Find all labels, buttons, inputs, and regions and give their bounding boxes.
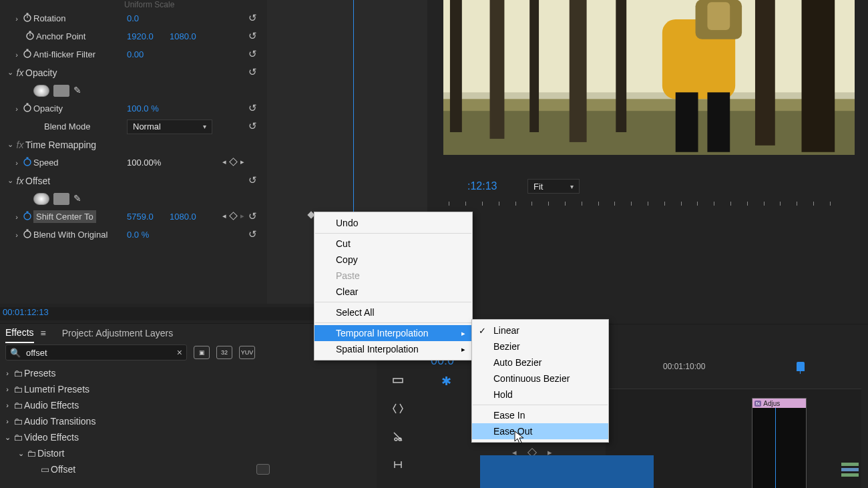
clip-adjustment-layer[interactable]: fx Adjus [752,398,807,488]
accelerated-badge-icon [256,464,270,475]
panel-menu-icon[interactable]: ≡ [41,328,46,338]
ellipse-mask-icon[interactable] [33,85,49,97]
menu-temporal-interpolation[interactable]: Temporal Interpolation ▸ [314,325,472,341]
shift-center-label[interactable]: Shift Center To [33,210,96,223]
pen-mask-icon[interactable]: ✎ [73,193,85,205]
twirl-icon[interactable]: › [12,51,21,59]
tree-folder-distort[interactable]: ⌄🗀 Distort [0,445,377,461]
tree-folder-video-effects[interactable]: ⌄🗀 Video Effects [0,429,377,445]
rotation-value[interactable]: 0.0 [127,13,139,23]
monitor-ruler[interactable] [441,202,855,211]
shift-x[interactable]: 5759.0 [127,212,154,222]
kf-prev-icon[interactable]: ◂ [222,212,226,220]
menu-select-all[interactable]: Select All [314,304,472,320]
submenu-continuous-bezier[interactable]: Continuous Bezier [472,371,608,387]
twirl-icon[interactable]: ⌄ [5,176,15,185]
stopwatch-icon[interactable] [21,156,33,169]
effects-search-input[interactable]: 🔍 × [5,344,187,360]
submenu-ease-in[interactable]: Ease In [472,407,608,423]
reset-icon[interactable]: ↺ [248,210,262,222]
twirl-icon[interactable]: › [12,231,21,239]
submenu-hold[interactable]: Hold [472,387,608,403]
submenu-bezier[interactable]: Bezier [472,338,608,354]
effect-controls-scrollbar[interactable] [0,296,267,301]
track-height-icon[interactable] [839,459,863,483]
tree-folder-audio-effects[interactable]: ›🗀 Audio Effects [0,397,377,413]
clip-v1[interactable] [480,455,654,488]
speed-value[interactable]: 100.00% [127,158,161,168]
tool-nudge-icon[interactable] [390,401,406,417]
kf-next-icon[interactable]: ▸ [240,212,244,220]
tree-folder-lumetri[interactable]: ›🗀 Lumetri Presets [0,381,377,397]
tree-folder-presets[interactable]: ›🗀 Presets [0,365,377,381]
reset-icon[interactable]: ↺ [248,66,262,78]
reset-icon[interactable]: ↺ [248,48,262,60]
tree-folder-audio-transitions[interactable]: ›🗀 Audio Transitions [0,413,377,429]
twirl-icon[interactable]: ⌄ [5,68,15,77]
stopwatch-icon[interactable] [21,12,33,25]
twirl-icon[interactable]: ⌄ [5,140,15,149]
clear-search-icon[interactable]: × [177,347,182,358]
fx-icon[interactable]: fx [15,67,25,78]
monitor-viewport[interactable] [443,0,855,155]
tab-effects[interactable]: Effects [5,323,34,343]
reset-icon[interactable]: ↺ [248,174,262,186]
blend-mode-dropdown[interactable]: Normal ▾ [127,119,212,134]
monitor-zoom-dropdown[interactable]: Fit ▾ [527,179,580,194]
stopwatch-icon[interactable] [24,30,36,43]
menu-cut[interactable]: Cut [314,236,472,252]
reset-icon[interactable]: ↺ [248,120,262,132]
opacity-value[interactable]: 100.0 % [127,103,159,113]
kf-add-icon[interactable] [229,158,238,166]
tab-project[interactable]: Project: Adjustment Layers [62,324,174,342]
submenu-auto-bezier[interactable]: Auto Bezier [472,354,608,371]
reset-icon[interactable]: ↺ [248,228,262,240]
reset-icon[interactable]: ↺ [248,12,262,24]
reset-icon[interactable]: ↺ [248,30,262,42]
timeline-tracks[interactable]: fx Adjus [606,389,861,488]
anchor-x[interactable]: 1920.0 [127,31,154,41]
menu-copy[interactable]: Copy [314,252,472,268]
twirl-icon[interactable]: › [12,213,21,221]
shift-y[interactable]: 1080.0 [170,212,196,222]
yuv-badge[interactable]: YUV [239,346,255,359]
menu-spatial-interpolation[interactable]: Spatial Interpolation ▸ [314,341,472,357]
menu-clear[interactable]: Clear [314,284,472,300]
timeline-ruler[interactable]: 00:01:10:00 [606,362,861,374]
anchor-y[interactable]: 1080.0 [170,31,196,41]
kf-add-icon[interactable] [229,212,238,220]
twirl-icon[interactable]: › [12,159,21,167]
stopwatch-icon[interactable] [21,228,33,241]
32bit-badge[interactable]: 32 [216,346,232,359]
stopwatch-icon[interactable] [21,210,33,223]
blend-original-value[interactable]: 0.0 % [127,230,149,240]
kf-prev-icon[interactable]: ◂ [222,158,226,166]
submenu-linear[interactable]: ✓ Linear [472,322,608,338]
fx-icon[interactable]: fx [15,176,25,186]
pen-mask-icon[interactable]: ✎ [73,85,85,97]
reset-icon[interactable]: ↺ [248,102,262,114]
tool-overwrite-icon[interactable] [390,373,406,389]
timeline-playhead[interactable] [797,362,805,374]
accelerated-badge[interactable]: ▣ [194,346,210,359]
tool-pen-icon[interactable] [390,485,406,488]
rect-mask-icon[interactable] [53,85,69,97]
menu-paste: Paste [314,268,472,284]
menu-undo[interactable]: Undo [314,215,472,231]
twirl-icon[interactable]: › [12,105,21,113]
fx-icon[interactable]: fx [15,140,25,150]
submenu-ease-out[interactable]: Ease Out [472,423,608,439]
tool-span-icon[interactable] [390,457,406,473]
tree-item-offset[interactable]: ▭ Offset [0,461,377,477]
twirl-icon[interactable]: › [12,15,21,23]
ellipse-mask-icon[interactable] [33,193,49,205]
stopwatch-icon[interactable] [21,102,33,115]
antiflicker-value[interactable]: 0.00 [127,49,144,59]
rect-mask-icon[interactable] [53,193,69,205]
tool-razor-icon[interactable] [390,429,406,445]
monitor-timecode[interactable]: :12:13 [467,180,497,192]
kf-next-icon[interactable]: ▸ [240,158,244,166]
stopwatch-icon[interactable] [21,48,33,61]
snap-icon[interactable]: ✱ [441,374,451,389]
search-field[interactable] [25,347,177,358]
